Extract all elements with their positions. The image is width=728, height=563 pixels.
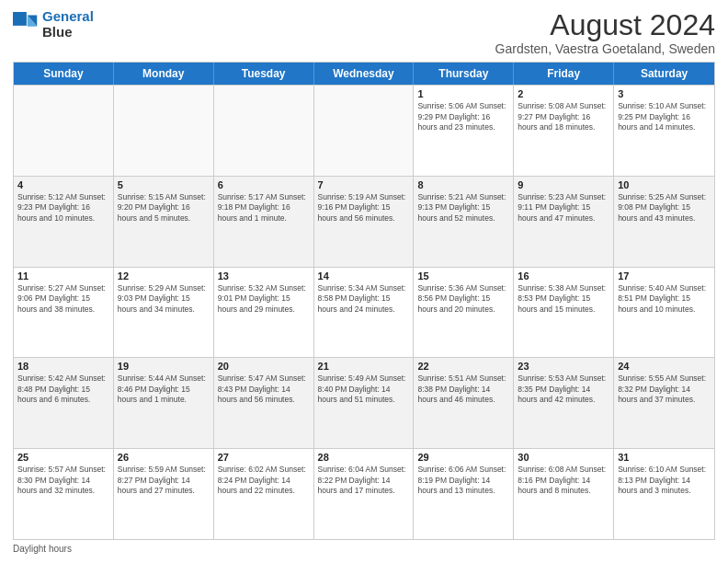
day-number: 20 bbox=[218, 361, 310, 372]
day-number: 2 bbox=[518, 88, 609, 99]
day-cell-9: 9Sunrise: 5:23 AM Sunset: 9:11 PM Daylig… bbox=[514, 177, 614, 267]
day-cell-23: 23Sunrise: 5:53 AM Sunset: 8:35 PM Dayli… bbox=[514, 358, 614, 448]
calendar-row-4: 25Sunrise: 5:57 AM Sunset: 8:30 PM Dayli… bbox=[14, 448, 714, 539]
calendar: SundayMondayTuesdayWednesdayThursdayFrid… bbox=[13, 62, 715, 540]
day-of-week-saturday: Saturday bbox=[614, 63, 714, 85]
svg-rect-3 bbox=[13, 12, 27, 26]
day-number: 28 bbox=[318, 452, 410, 463]
day-cell-17: 17Sunrise: 5:40 AM Sunset: 8:51 PM Dayli… bbox=[614, 268, 714, 358]
day-info: Sunrise: 5:19 AM Sunset: 9:16 PM Dayligh… bbox=[318, 192, 410, 224]
day-info: Sunrise: 5:29 AM Sunset: 9:03 PM Dayligh… bbox=[118, 283, 210, 315]
day-info: Sunrise: 6:08 AM Sunset: 8:16 PM Dayligh… bbox=[518, 465, 609, 496]
day-info: Sunrise: 5:51 AM Sunset: 8:38 PM Dayligh… bbox=[417, 373, 509, 405]
day-of-week-thursday: Thursday bbox=[414, 63, 514, 85]
day-cell-30: 30Sunrise: 6:08 AM Sunset: 8:16 PM Dayli… bbox=[514, 449, 614, 539]
day-cell-31: 31Sunrise: 6:10 AM Sunset: 8:13 PM Dayli… bbox=[614, 449, 714, 539]
day-number: 21 bbox=[318, 361, 410, 372]
empty-cell-0-0 bbox=[14, 86, 114, 176]
day-cell-10: 10Sunrise: 5:25 AM Sunset: 9:08 PM Dayli… bbox=[614, 177, 714, 267]
day-info: Sunrise: 6:06 AM Sunset: 8:19 PM Dayligh… bbox=[417, 465, 509, 496]
calendar-row-0: 1Sunrise: 5:06 AM Sunset: 9:29 PM Daylig… bbox=[14, 85, 714, 176]
day-info: Sunrise: 5:36 AM Sunset: 8:56 PM Dayligh… bbox=[417, 283, 509, 315]
title-block: August 2024 Gardsten, Vaestra Goetaland,… bbox=[495, 9, 715, 56]
day-info: Sunrise: 6:02 AM Sunset: 8:24 PM Dayligh… bbox=[218, 465, 310, 496]
day-cell-1: 1Sunrise: 5:06 AM Sunset: 9:29 PM Daylig… bbox=[414, 86, 514, 176]
day-cell-21: 21Sunrise: 5:49 AM Sunset: 8:40 PM Dayli… bbox=[314, 358, 415, 448]
day-number: 27 bbox=[218, 452, 310, 463]
day-info: Sunrise: 5:40 AM Sunset: 8:51 PM Dayligh… bbox=[618, 283, 711, 315]
day-cell-5: 5Sunrise: 5:15 AM Sunset: 9:20 PM Daylig… bbox=[114, 177, 214, 267]
day-info: Sunrise: 5:10 AM Sunset: 9:25 PM Dayligh… bbox=[618, 101, 711, 132]
day-cell-22: 22Sunrise: 5:51 AM Sunset: 8:38 PM Dayli… bbox=[414, 358, 514, 448]
day-number: 29 bbox=[417, 452, 509, 463]
day-of-week-sunday: Sunday bbox=[14, 63, 114, 85]
day-number: 18 bbox=[17, 361, 109, 372]
day-number: 31 bbox=[618, 452, 711, 463]
day-info: Sunrise: 5:34 AM Sunset: 8:58 PM Dayligh… bbox=[318, 283, 410, 315]
day-number: 1 bbox=[417, 88, 509, 99]
day-cell-20: 20Sunrise: 5:47 AM Sunset: 8:43 PM Dayli… bbox=[214, 358, 314, 448]
day-of-week-tuesday: Tuesday bbox=[214, 63, 314, 85]
day-cell-13: 13Sunrise: 5:32 AM Sunset: 9:01 PM Dayli… bbox=[214, 268, 314, 358]
day-info: Sunrise: 5:47 AM Sunset: 8:43 PM Dayligh… bbox=[218, 373, 310, 405]
day-info: Sunrise: 5:15 AM Sunset: 9:20 PM Dayligh… bbox=[118, 192, 210, 224]
day-cell-15: 15Sunrise: 5:36 AM Sunset: 8:56 PM Dayli… bbox=[414, 268, 514, 358]
day-number: 24 bbox=[618, 361, 711, 372]
day-cell-18: 18Sunrise: 5:42 AM Sunset: 8:48 PM Dayli… bbox=[14, 358, 114, 448]
day-number: 22 bbox=[417, 361, 509, 372]
day-info: Sunrise: 5:27 AM Sunset: 9:06 PM Dayligh… bbox=[17, 283, 109, 315]
subtitle: Gardsten, Vaestra Goetaland, Sweden bbox=[495, 41, 715, 56]
footer: Daylight hours bbox=[13, 544, 715, 554]
day-cell-28: 28Sunrise: 6:04 AM Sunset: 8:22 PM Dayli… bbox=[314, 449, 415, 539]
day-info: Sunrise: 5:32 AM Sunset: 9:01 PM Dayligh… bbox=[218, 283, 310, 315]
day-number: 15 bbox=[417, 270, 509, 282]
day-number: 25 bbox=[17, 452, 109, 463]
calendar-body: 1Sunrise: 5:06 AM Sunset: 9:29 PM Daylig… bbox=[14, 85, 714, 539]
day-info: Sunrise: 5:55 AM Sunset: 8:32 PM Dayligh… bbox=[618, 373, 711, 405]
main-title: August 2024 bbox=[495, 9, 715, 41]
day-info: Sunrise: 5:25 AM Sunset: 9:08 PM Dayligh… bbox=[618, 192, 711, 224]
calendar-row-2: 11Sunrise: 5:27 AM Sunset: 9:06 PM Dayli… bbox=[14, 267, 714, 358]
day-cell-8: 8Sunrise: 5:21 AM Sunset: 9:13 PM Daylig… bbox=[414, 177, 514, 267]
day-of-week-monday: Monday bbox=[114, 63, 214, 85]
day-number: 16 bbox=[518, 270, 609, 282]
day-number: 13 bbox=[218, 270, 310, 282]
logo-icon bbox=[13, 12, 39, 38]
day-number: 14 bbox=[318, 270, 410, 282]
empty-cell-0-1 bbox=[114, 86, 214, 176]
day-info: Sunrise: 5:06 AM Sunset: 9:29 PM Dayligh… bbox=[417, 101, 509, 132]
day-info: Sunrise: 5:17 AM Sunset: 9:18 PM Dayligh… bbox=[218, 192, 310, 224]
empty-cell-0-2 bbox=[214, 86, 314, 176]
day-cell-3: 3Sunrise: 5:10 AM Sunset: 9:25 PM Daylig… bbox=[614, 86, 714, 176]
calendar-row-1: 4Sunrise: 5:12 AM Sunset: 9:23 PM Daylig… bbox=[14, 176, 714, 267]
day-number: 17 bbox=[618, 270, 711, 282]
day-cell-16: 16Sunrise: 5:38 AM Sunset: 8:53 PM Dayli… bbox=[514, 268, 614, 358]
day-cell-29: 29Sunrise: 6:06 AM Sunset: 8:19 PM Dayli… bbox=[414, 449, 514, 539]
day-number: 12 bbox=[118, 270, 210, 282]
logo: General Blue bbox=[13, 9, 94, 40]
day-cell-14: 14Sunrise: 5:34 AM Sunset: 8:58 PM Dayli… bbox=[314, 268, 415, 358]
day-number: 19 bbox=[118, 361, 210, 372]
day-cell-19: 19Sunrise: 5:44 AM Sunset: 8:46 PM Dayli… bbox=[114, 358, 214, 448]
day-cell-25: 25Sunrise: 5:57 AM Sunset: 8:30 PM Dayli… bbox=[14, 449, 114, 539]
day-number: 4 bbox=[17, 179, 109, 190]
logo-line2: Blue bbox=[42, 25, 94, 40]
day-number: 5 bbox=[118, 179, 210, 190]
day-cell-27: 27Sunrise: 6:02 AM Sunset: 8:24 PM Dayli… bbox=[214, 449, 314, 539]
day-cell-12: 12Sunrise: 5:29 AM Sunset: 9:03 PM Dayli… bbox=[114, 268, 214, 358]
day-info: Sunrise: 5:49 AM Sunset: 8:40 PM Dayligh… bbox=[318, 373, 410, 405]
day-number: 7 bbox=[318, 179, 410, 190]
day-info: Sunrise: 6:10 AM Sunset: 8:13 PM Dayligh… bbox=[618, 465, 711, 496]
day-number: 10 bbox=[618, 179, 711, 190]
day-info: Sunrise: 5:53 AM Sunset: 8:35 PM Dayligh… bbox=[518, 373, 609, 405]
day-number: 26 bbox=[118, 452, 210, 463]
day-number: 8 bbox=[417, 179, 509, 190]
calendar-row-3: 18Sunrise: 5:42 AM Sunset: 8:48 PM Dayli… bbox=[14, 357, 714, 448]
day-info: Sunrise: 5:08 AM Sunset: 9:27 PM Dayligh… bbox=[518, 101, 609, 132]
day-info: Sunrise: 5:12 AM Sunset: 9:23 PM Dayligh… bbox=[17, 192, 109, 224]
day-number: 11 bbox=[17, 270, 109, 282]
day-info: Sunrise: 5:38 AM Sunset: 8:53 PM Dayligh… bbox=[518, 283, 609, 315]
footer-text: Daylight hours bbox=[13, 544, 72, 554]
day-of-week-wednesday: Wednesday bbox=[314, 63, 415, 85]
day-of-week-friday: Friday bbox=[514, 63, 614, 85]
